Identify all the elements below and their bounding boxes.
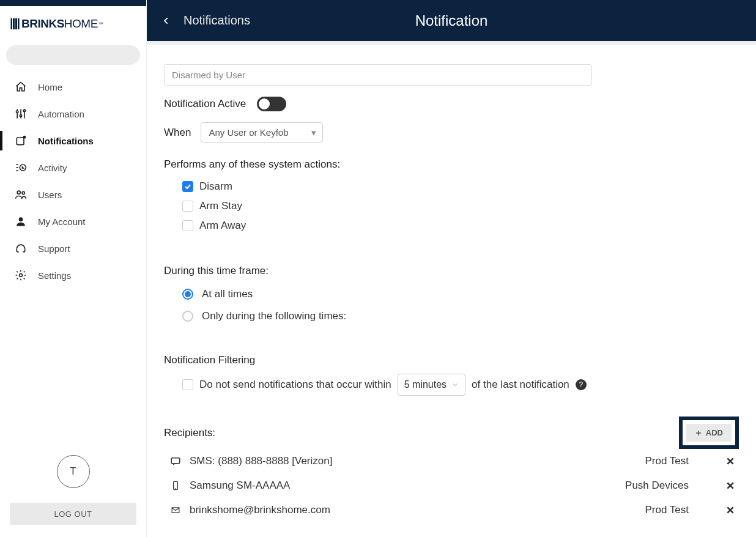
nav-label: Activity <box>38 163 67 173</box>
svg-point-3 <box>20 115 21 117</box>
timeframe-label: During this time frame: <box>164 265 739 277</box>
action-arm-away-checkbox[interactable] <box>182 220 193 231</box>
trademark: ™ <box>98 21 103 27</box>
users-icon <box>15 188 27 201</box>
avatar[interactable]: T <box>57 455 90 488</box>
remove-recipient-button[interactable] <box>725 505 735 515</box>
sliders-icon <box>15 108 27 120</box>
recipient-tag: Prod Test <box>645 504 689 516</box>
page-title: Notification <box>415 12 488 29</box>
sms-icon <box>168 456 183 467</box>
filtering-interval-select[interactable]: 5 minutes <box>398 374 465 396</box>
svg-point-1 <box>17 111 18 113</box>
nav-my-account[interactable]: My Account <box>0 208 146 235</box>
nav-label: Home <box>38 82 62 92</box>
plus-icon <box>695 429 702 437</box>
recipient-row: brinkshome@brinkshome.com Prod Test <box>164 498 739 522</box>
sidebar-accent <box>0 0 146 6</box>
recipient-tag: Push Devices <box>625 480 689 492</box>
action-disarm-checkbox[interactable] <box>182 181 193 192</box>
person-icon <box>15 215 27 228</box>
action-label: Arm Away <box>199 220 246 232</box>
remove-recipient-button[interactable] <box>725 456 735 466</box>
filtering-interval-value: 5 minutes <box>404 379 447 390</box>
remove-recipient-button[interactable] <box>725 481 735 491</box>
timeframe-specific-radio[interactable] <box>182 311 193 322</box>
actions-label: Performs any of these system actions: <box>164 158 739 171</box>
svg-rect-18 <box>171 458 180 464</box>
nav-settings[interactable]: Settings <box>0 262 146 289</box>
svg-point-13 <box>22 191 24 194</box>
when-label: When <box>164 127 191 139</box>
main: Notifications Notification Notification … <box>147 0 756 537</box>
recipient-row: SMS: (888) 888-8888 [Verizon] Prod Test <box>164 449 739 473</box>
nav-label: Users <box>38 190 62 200</box>
phone-icon <box>168 480 183 491</box>
recipient-text: Samsung SM-AAAAA <box>190 480 625 492</box>
add-recipient-button[interactable]: ADD <box>686 424 732 442</box>
nav-users[interactable]: Users <box>0 181 146 208</box>
radio-label: At all times <box>202 288 253 300</box>
action-label: Arm Stay <box>199 200 242 212</box>
svg-point-15 <box>20 274 23 277</box>
headset-icon <box>15 242 27 254</box>
filtering-text-suffix: of the last notification <box>472 379 569 391</box>
logout-button[interactable]: LOG OUT <box>10 503 136 525</box>
timeframe-all-radio[interactable] <box>182 289 193 300</box>
nav-label: Automation <box>38 109 84 119</box>
add-label: ADD <box>706 428 723 437</box>
sidebar-search-placeholder[interactable] <box>6 45 140 65</box>
radio-label: Only during the following times: <box>202 310 346 322</box>
svg-point-5 <box>23 109 25 111</box>
mail-icon <box>168 506 183 514</box>
notification-icon <box>15 135 27 147</box>
brand-strong: BRINKS <box>21 17 64 30</box>
action-arm-stay-checkbox[interactable] <box>182 201 193 212</box>
gear-icon <box>15 269 27 281</box>
brand-light: HOME <box>64 17 98 30</box>
svg-rect-6 <box>17 138 24 145</box>
action-label: Disarm <box>199 180 232 193</box>
nav-support[interactable]: Support <box>0 235 146 262</box>
help-icon[interactable]: ? <box>576 379 587 390</box>
content: Notification Active When Any User or Key… <box>147 41 756 537</box>
svg-point-14 <box>19 217 23 221</box>
nav-activity[interactable]: Activity <box>0 154 146 181</box>
nav-home[interactable]: Home <box>0 73 146 100</box>
nav-notifications[interactable]: Notifications <box>0 127 146 154</box>
notification-name-input[interactable] <box>164 64 592 86</box>
recipients-label: Recipients: <box>164 427 215 439</box>
svg-point-12 <box>17 191 20 194</box>
nav-label: Support <box>38 243 70 254</box>
sidebar: BRINKSHOME™ Home Automation Notification… <box>0 0 147 537</box>
home-icon <box>15 81 27 93</box>
filtering-label: Notification Filtering <box>164 354 739 366</box>
header: Notifications Notification <box>147 0 756 41</box>
breadcrumb[interactable]: Notifications <box>183 13 250 28</box>
caret-down-icon: ▾ <box>311 127 316 138</box>
when-select[interactable]: Any User or Keyfob ▾ <box>201 122 323 143</box>
chevron-left-icon <box>162 14 171 28</box>
filtering-text-prefix: Do not send notifications that occur wit… <box>199 379 391 391</box>
filtering-checkbox[interactable] <box>182 379 193 390</box>
add-button-highlight: ADD <box>679 417 739 449</box>
active-toggle[interactable] <box>257 97 286 111</box>
recipient-row: Samsung SM-AAAAA Push Devices <box>164 473 739 498</box>
chevron-down-icon <box>451 381 459 388</box>
nav-label: Settings <box>38 270 71 281</box>
svg-point-7 <box>23 136 25 138</box>
nav-label: My Account <box>38 217 86 227</box>
recipient-text: brinkshome@brinkshome.com <box>190 504 645 516</box>
recipient-text: SMS: (888) 888-8888 [Verizon] <box>190 455 645 467</box>
nav: Home Automation Notifications Activity U… <box>0 73 146 455</box>
back-button[interactable] <box>154 14 179 28</box>
activity-icon <box>15 161 27 174</box>
when-value: Any User or Keyfob <box>209 127 288 138</box>
nav-label: Notifications <box>38 136 94 146</box>
active-label: Notification Active <box>164 98 246 110</box>
brand-logo: BRINKSHOME™ <box>0 6 146 38</box>
logo-bars-icon <box>10 18 20 29</box>
recipient-tag: Prod Test <box>645 455 689 467</box>
nav-automation[interactable]: Automation <box>0 100 146 127</box>
